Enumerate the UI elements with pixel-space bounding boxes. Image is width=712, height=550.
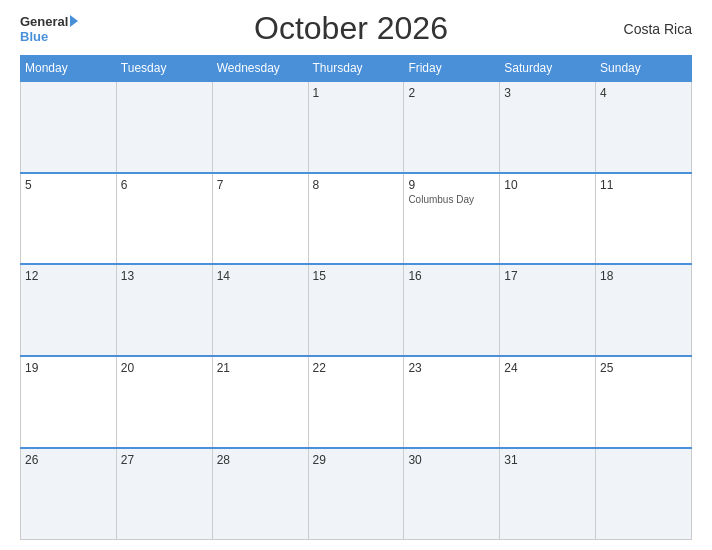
logo-triangle-icon xyxy=(70,15,78,27)
calendar-week-row: 19202122232425 xyxy=(21,356,692,448)
day-number: 10 xyxy=(504,178,591,192)
calendar-day-cell: 12 xyxy=(21,264,117,356)
page-header: General Blue October 2026 Costa Rica xyxy=(20,10,692,47)
day-number: 1 xyxy=(313,86,400,100)
calendar-day-cell: 4 xyxy=(596,81,692,173)
calendar-day-cell: 26 xyxy=(21,448,117,540)
calendar-day-cell: 11 xyxy=(596,173,692,265)
calendar-day-cell: 13 xyxy=(116,264,212,356)
day-number: 5 xyxy=(25,178,112,192)
calendar-day-cell: 17 xyxy=(500,264,596,356)
day-number: 26 xyxy=(25,453,112,467)
weekday-header-saturday: Saturday xyxy=(500,56,596,82)
calendar-day-cell: 22 xyxy=(308,356,404,448)
day-number: 15 xyxy=(313,269,400,283)
calendar-day-cell: 6 xyxy=(116,173,212,265)
calendar-header: MondayTuesdayWednesdayThursdayFridaySatu… xyxy=(21,56,692,82)
country-label: Costa Rica xyxy=(624,21,692,37)
day-number: 11 xyxy=(600,178,687,192)
calendar-day-cell xyxy=(212,81,308,173)
calendar-day-cell: 3 xyxy=(500,81,596,173)
calendar-day-cell xyxy=(116,81,212,173)
day-number: 4 xyxy=(600,86,687,100)
day-number: 24 xyxy=(504,361,591,375)
day-number: 23 xyxy=(408,361,495,375)
month-title-area: October 2026 xyxy=(254,10,448,47)
calendar-day-cell: 23 xyxy=(404,356,500,448)
calendar-day-cell: 24 xyxy=(500,356,596,448)
calendar-day-cell: 21 xyxy=(212,356,308,448)
day-number: 12 xyxy=(25,269,112,283)
calendar-day-cell: 30 xyxy=(404,448,500,540)
calendar-table: MondayTuesdayWednesdayThursdayFridaySatu… xyxy=(20,55,692,540)
day-number: 3 xyxy=(504,86,591,100)
month-title: October 2026 xyxy=(254,10,448,46)
day-number: 28 xyxy=(217,453,304,467)
calendar-day-cell: 27 xyxy=(116,448,212,540)
calendar-week-row: 12131415161718 xyxy=(21,264,692,356)
weekday-header-row: MondayTuesdayWednesdayThursdayFridaySatu… xyxy=(21,56,692,82)
day-number: 25 xyxy=(600,361,687,375)
day-number: 16 xyxy=(408,269,495,283)
day-number: 18 xyxy=(600,269,687,283)
day-number: 22 xyxy=(313,361,400,375)
day-number: 20 xyxy=(121,361,208,375)
day-number: 21 xyxy=(217,361,304,375)
weekday-header-thursday: Thursday xyxy=(308,56,404,82)
day-number: 30 xyxy=(408,453,495,467)
weekday-header-friday: Friday xyxy=(404,56,500,82)
calendar-day-cell: 10 xyxy=(500,173,596,265)
day-number: 31 xyxy=(504,453,591,467)
day-number: 8 xyxy=(313,178,400,192)
day-number: 17 xyxy=(504,269,591,283)
logo: General Blue xyxy=(20,14,78,44)
calendar-week-row: 56789Columbus Day1011 xyxy=(21,173,692,265)
calendar-body: 123456789Columbus Day1011121314151617181… xyxy=(21,81,692,540)
calendar-day-cell: 19 xyxy=(21,356,117,448)
logo-blue-text: Blue xyxy=(20,29,48,44)
logo-general-text: General xyxy=(20,14,68,29)
calendar-day-cell: 20 xyxy=(116,356,212,448)
day-number: 13 xyxy=(121,269,208,283)
day-number: 9 xyxy=(408,178,495,192)
weekday-header-tuesday: Tuesday xyxy=(116,56,212,82)
weekday-header-wednesday: Wednesday xyxy=(212,56,308,82)
calendar-week-row: 1234 xyxy=(21,81,692,173)
calendar-day-cell: 18 xyxy=(596,264,692,356)
calendar-day-cell: 29 xyxy=(308,448,404,540)
calendar-day-cell: 7 xyxy=(212,173,308,265)
calendar-day-cell: 8 xyxy=(308,173,404,265)
weekday-header-sunday: Sunday xyxy=(596,56,692,82)
calendar-day-cell: 15 xyxy=(308,264,404,356)
day-number: 7 xyxy=(217,178,304,192)
day-number: 19 xyxy=(25,361,112,375)
calendar-day-cell xyxy=(596,448,692,540)
day-number: 6 xyxy=(121,178,208,192)
calendar-day-cell: 31 xyxy=(500,448,596,540)
day-number: 27 xyxy=(121,453,208,467)
calendar-week-row: 262728293031 xyxy=(21,448,692,540)
calendar-day-cell: 5 xyxy=(21,173,117,265)
calendar-day-cell: 2 xyxy=(404,81,500,173)
day-number: 14 xyxy=(217,269,304,283)
calendar-day-cell: 16 xyxy=(404,264,500,356)
calendar-day-cell: 9Columbus Day xyxy=(404,173,500,265)
calendar-day-cell: 25 xyxy=(596,356,692,448)
holiday-label: Columbus Day xyxy=(408,194,495,205)
calendar-day-cell: 14 xyxy=(212,264,308,356)
day-number: 2 xyxy=(408,86,495,100)
calendar-day-cell: 1 xyxy=(308,81,404,173)
weekday-header-monday: Monday xyxy=(21,56,117,82)
calendar-day-cell: 28 xyxy=(212,448,308,540)
calendar-day-cell xyxy=(21,81,117,173)
day-number: 29 xyxy=(313,453,400,467)
